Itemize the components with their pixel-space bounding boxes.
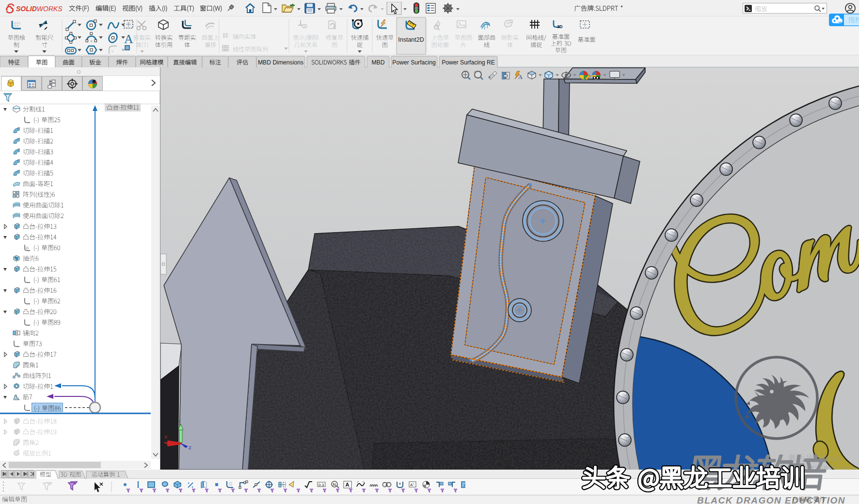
svg-text:MBD Dimensions: MBD Dimensions bbox=[258, 59, 303, 66]
svg-text:Y: Y bbox=[178, 419, 181, 424]
svg-text:X: X bbox=[164, 435, 167, 440]
svg-text:A: A bbox=[518, 74, 523, 80]
svg-text:0.3: 0.3 bbox=[318, 483, 324, 487]
svg-text:A: A bbox=[346, 482, 350, 488]
svg-text:Z: Z bbox=[189, 445, 191, 450]
svg-text:Power Surfacing: Power Surfacing bbox=[392, 59, 435, 66]
svg-text:3D: 3D bbox=[557, 24, 563, 29]
svg-text:MBD: MBD bbox=[371, 59, 384, 66]
svg-text:N: N bbox=[333, 482, 336, 487]
svg-text:Instant2D: Instant2D bbox=[398, 36, 424, 43]
svg-text:A°: A° bbox=[410, 483, 414, 487]
svg-text:Power Surfacing RE: Power Surfacing RE bbox=[442, 59, 495, 66]
svg-text:A: A bbox=[385, 483, 388, 487]
svg-text:A: A bbox=[464, 483, 465, 488]
svg-text:A: A bbox=[124, 32, 133, 46]
